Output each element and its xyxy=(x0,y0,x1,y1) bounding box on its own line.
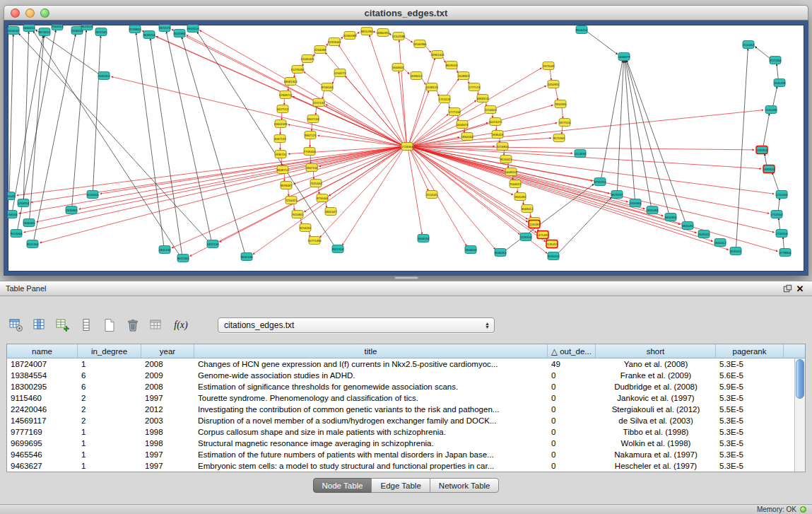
graph-node[interactable]: 1804634 xyxy=(465,246,477,254)
graph-node[interactable]: 9307134 xyxy=(307,115,319,123)
graph-node[interactable]: 7564672 xyxy=(510,180,522,188)
graph-node[interactable]: 8815294 xyxy=(361,28,373,35)
graph-node[interactable]: 9245012 xyxy=(730,247,742,255)
graph-node[interactable]: 1846465 xyxy=(23,219,35,227)
graph-node[interactable]: 8733853 xyxy=(129,25,141,33)
table-row[interactable]: 1456911722003Disruption of a novel membe… xyxy=(7,415,805,426)
graph-node[interactable]: 1710554 xyxy=(771,211,783,218)
graph-node[interactable]: 1210344 xyxy=(776,191,788,199)
graph-node[interactable]: 9363154 xyxy=(187,25,199,33)
graph-node[interactable]: 10602033 xyxy=(273,120,288,128)
zoom-button[interactable] xyxy=(40,8,49,18)
column-header-year[interactable]: year xyxy=(141,344,194,358)
graph-node[interactable]: 1695824 xyxy=(763,165,775,173)
graph-node[interactable]: 1777174 xyxy=(469,83,481,91)
graph-node[interactable]: 1475491 xyxy=(537,231,549,239)
graph-node[interactable]: 1264654 xyxy=(18,199,30,207)
graph-node[interactable]: 2326465 xyxy=(66,206,78,214)
graph-node[interactable]: 11102588 xyxy=(392,33,406,40)
graph-node[interactable]: 1514545 xyxy=(426,191,438,199)
graph-node[interactable]: 1936731 xyxy=(275,151,287,158)
close-button[interactable] xyxy=(11,8,20,18)
graph-node[interactable]: 16860910 xyxy=(376,29,390,37)
table-selector-dropdown[interactable]: citations_edges.txt ▲▼ xyxy=(218,317,495,333)
graph-node[interactable]: 9750444 xyxy=(317,194,329,202)
import-table-icon[interactable] xyxy=(147,316,165,334)
graph-node[interactable]: 1861447 xyxy=(325,208,337,216)
scrollbar-thumb[interactable] xyxy=(796,359,804,399)
graph-node[interactable]: 1751123 xyxy=(439,95,451,103)
graph-node[interactable]: 3067133 xyxy=(274,135,286,143)
graph-node[interactable]: 1973549 xyxy=(543,62,555,70)
graph-node[interactable]: 6858113 xyxy=(477,95,489,103)
graph-node[interactable]: 10771494 xyxy=(307,237,322,245)
graph-node[interactable]: 1805134 xyxy=(159,246,171,254)
graph-node[interactable]: 16961426 xyxy=(430,51,445,59)
graph-node[interactable]: 1664605 xyxy=(392,64,404,71)
graph-node[interactable]: 9367125 xyxy=(305,132,317,139)
graph-node[interactable]: 2214603 xyxy=(485,106,497,114)
function-builder-button[interactable]: f(x) xyxy=(170,316,192,334)
table-row[interactable]: 969969511998Structural magnetic resonanc… xyxy=(7,438,805,449)
graph-node[interactable]: 8829016 xyxy=(446,62,458,69)
graph-node[interactable]: 9450924 xyxy=(665,214,677,221)
column-header-pagerank[interactable]: pagerank xyxy=(716,344,784,358)
graph-node[interactable]: 9674551 xyxy=(39,28,51,36)
graph-node[interactable]: 22060588 xyxy=(343,32,357,40)
graph-node[interactable]: 9021344 xyxy=(177,255,189,262)
graph-node[interactable]: 9727434 xyxy=(770,57,782,64)
table-row[interactable]: 946554611997Estimation of the future num… xyxy=(7,449,805,460)
graph-node[interactable]: 6778804 xyxy=(779,249,792,257)
graph-node[interactable]: 1450944 xyxy=(630,199,642,207)
graph-node[interactable]: 1664879 xyxy=(618,53,630,61)
graph-node[interactable]: 9321324 xyxy=(332,245,344,253)
graph-node[interactable]: 1836416 xyxy=(492,131,504,139)
citation-network-graph[interactable]: 1724064226408812040426152760941858132412… xyxy=(8,25,804,271)
graph-node[interactable]: 1654032 xyxy=(8,27,20,35)
graph-node[interactable]: 8408712 xyxy=(277,166,289,174)
column-header-out_degree[interactable]: △ out_de... xyxy=(548,344,596,358)
table-row[interactable]: 1872400712008Changes of HCN gene express… xyxy=(7,358,805,370)
graph-node[interactable]: 8791974 xyxy=(594,178,606,186)
show-columns-icon[interactable] xyxy=(30,316,49,334)
column-header-title[interactable]: title xyxy=(194,344,548,358)
graph-node[interactable]: 1872565 xyxy=(95,28,107,36)
tab-network-table[interactable]: Network Table xyxy=(430,478,500,493)
table-row[interactable]: 977716911998Corpus callosum shape and si… xyxy=(7,426,805,438)
graph-node[interactable]: 9978487 xyxy=(281,182,293,189)
graph-node[interactable]: 1204173 xyxy=(334,69,346,77)
graph-node[interactable]: 2257133 xyxy=(313,99,325,107)
graph-node[interactable]: 1535415 xyxy=(546,240,558,248)
table-settings-icon[interactable] xyxy=(7,316,25,334)
graph-node[interactable]: 1805492 xyxy=(514,193,526,201)
graph-node[interactable]: 15918441 xyxy=(327,38,341,46)
graph-node[interactable]: 3216804 xyxy=(497,143,509,151)
table-row[interactable]: 946362711997Embryonic stem cells: a mode… xyxy=(7,460,805,472)
graph-node[interactable]: 1700554 xyxy=(776,230,788,238)
graph-node[interactable]: 9254241 xyxy=(300,224,312,232)
graph-node[interactable]: 2264088 xyxy=(314,46,326,54)
graph-node[interactable]: 18581324 xyxy=(283,78,298,86)
float-panel-icon[interactable] xyxy=(781,283,794,294)
graph-node[interactable]: 9013444 xyxy=(11,230,23,238)
minimize-button[interactable] xyxy=(25,8,35,18)
graph-node[interactable]: 1845092 xyxy=(682,222,694,230)
graph-node[interactable]: 7709444 xyxy=(304,148,316,156)
graph-node[interactable]: 1845012 xyxy=(714,239,726,247)
graph-node[interactable]: 1845094 xyxy=(647,206,659,214)
graph-node[interactable]: 1864164 xyxy=(461,133,473,141)
graph-node[interactable]: 3025984 xyxy=(174,30,186,37)
graph-node[interactable]: 1877516 xyxy=(559,119,571,127)
graph-node[interactable]: 16540966 xyxy=(413,40,427,48)
table-row[interactable]: 1830029562008Estimation of significance … xyxy=(7,381,805,392)
network-canvas[interactable]: 1724064226408812040426152760941858132412… xyxy=(4,21,808,276)
column-header-name[interactable]: name xyxy=(7,344,78,358)
graph-node[interactable]: 7610841 xyxy=(292,211,304,218)
graph-node[interactable]: 12040426 xyxy=(300,55,314,63)
graph-node[interactable]: 2450931 xyxy=(548,81,560,88)
panel-splitter[interactable] xyxy=(0,276,812,281)
graph-node[interactable]: 1558123 xyxy=(426,83,438,91)
column-header-short[interactable]: short xyxy=(596,344,716,358)
graph-node[interactable]: 10074275 xyxy=(488,118,502,126)
row-height-icon[interactable] xyxy=(77,316,95,334)
